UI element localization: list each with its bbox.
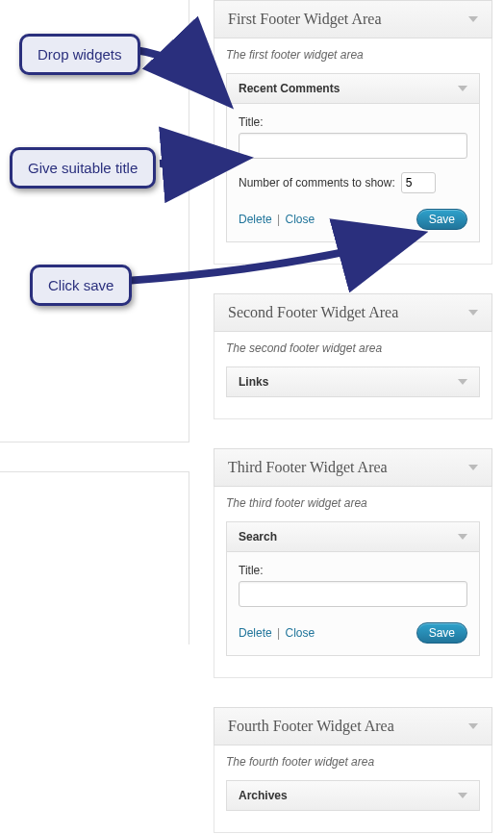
callout-text: Drop widgets [38, 46, 122, 63]
annotation-arrows [0, 0, 504, 834]
callout-click-save: Click save [30, 265, 132, 306]
callout-suitable-title: Give suitable title [10, 147, 156, 189]
callout-drop-widgets: Drop widgets [19, 34, 140, 75]
callout-text: Click save [48, 277, 113, 293]
callout-text: Give suitable title [28, 160, 138, 176]
